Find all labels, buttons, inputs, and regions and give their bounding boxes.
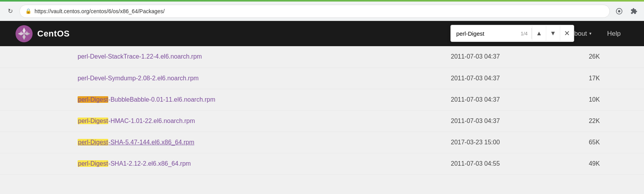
navbar: CentOS ⬇ Download ℹ About ▾ Help 1/4 ▲ ▼… [0, 21, 644, 46]
highlight-other: perl-Digest [78, 160, 108, 167]
centos-logo [16, 25, 33, 42]
find-next-button[interactable]: ▼ [546, 25, 560, 42]
file-name-cell: perl-Digest-SHA-5.47-144.el6.x86_64.rpm [0, 132, 451, 153]
file-table: perl-Devel-StackTrace-1.22-4.el6.noarch.… [0, 46, 644, 175]
reload-button[interactable]: ↻ [5, 6, 16, 17]
table-row: perl-Devel-Symdump-2.08-2.el6.noarch.rpm… [0, 68, 644, 89]
file-date-cell: 2011-07-03 04:37 [451, 110, 589, 132]
address-bar[interactable] [35, 8, 604, 14]
file-size-cell: 65K [589, 132, 644, 153]
table-row: perl-Devel-StackTrace-1.22-4.el6.noarch.… [0, 46, 644, 68]
file-link[interactable]: perl-Digest-SHA-5.47-144.el6.x86_64.rpm [78, 139, 194, 146]
browser-icons [614, 6, 639, 17]
table-row: perl-Digest-BubbleBabble-0.01-11.el6.noa… [0, 89, 644, 110]
table-row: perl-Digest-HMAC-1.01-22.el6.noarch.rpm … [0, 110, 644, 132]
file-date-cell: 2011-07-03 04:37 [451, 46, 589, 68]
file-size-cell: 17K [589, 68, 644, 89]
find-bar: 1/4 ▲ ▼ ✕ [450, 25, 574, 42]
file-date-cell: 2017-03-23 15:00 [451, 132, 589, 153]
file-link[interactable]: perl-Devel-Symdump-2.08-2.el6.noarch.rpm [78, 75, 199, 81]
help-nav-link[interactable]: Help [599, 27, 628, 41]
svg-point-1 [618, 10, 620, 12]
file-size-cell: 49K [589, 153, 644, 174]
logo-text: CentOS [37, 29, 70, 39]
address-bar-container: 🔒 [19, 5, 610, 18]
lock-icon: 🔒 [25, 8, 31, 14]
table-row: perl-Digest-SHA-5.47-144.el6.x86_64.rpm … [0, 132, 644, 153]
file-name-cell: perl-Digest-HMAC-1.01-22.el6.noarch.rpm [0, 110, 451, 132]
content-area: perl-Devel-StackTrace-1.22-4.el6.noarch.… [0, 46, 644, 194]
file-link[interactable]: perl-Digest-SHA1-2.12-2.el6.x86_64.rpm [78, 160, 191, 167]
browser-chrome: ↻ 🔒 [0, 2, 644, 21]
find-count: 1/4 [521, 31, 531, 36]
file-link[interactable]: perl-Digest-HMAC-1.01-22.el6.noarch.rpm [78, 118, 195, 124]
file-date-cell: 2011-07-03 04:55 [451, 153, 589, 174]
file-name-cell: perl-Digest-SHA1-2.12-2.el6.x86_64.rpm [0, 153, 451, 174]
file-date-cell: 2011-07-03 04:37 [451, 68, 589, 89]
file-link[interactable]: perl-Devel-StackTrace-1.22-4.el6.noarch.… [78, 53, 202, 60]
table-row: perl-Digest-SHA1-2.12-2.el6.x86_64.rpm 2… [0, 153, 644, 174]
file-name-cell: perl-Devel-Symdump-2.08-2.el6.noarch.rpm [0, 68, 451, 89]
highlight-other: perl-Digest [78, 118, 108, 124]
highlight-current: perl-Digest [78, 96, 108, 103]
file-size-cell: 22K [589, 110, 644, 132]
file-size-cell: 10K [589, 89, 644, 110]
file-name-cell: perl-Devel-StackTrace-1.22-4.el6.noarch.… [0, 46, 451, 68]
file-size-cell: 26K [589, 46, 644, 68]
highlight-other: perl-Digest [78, 139, 108, 146]
about-dropdown-icon: ▾ [589, 31, 592, 36]
file-date-cell: 2011-07-03 04:37 [451, 89, 589, 110]
file-name-cell: perl-Digest-BubbleBabble-0.01-11.el6.noa… [0, 89, 451, 110]
puzzle-icon[interactable] [628, 6, 639, 17]
find-input[interactable] [451, 30, 521, 37]
find-prev-button[interactable]: ▲ [532, 25, 546, 42]
logo-area[interactable]: CentOS [16, 25, 70, 42]
find-close-button[interactable]: ✕ [560, 25, 574, 42]
file-link[interactable]: perl-Digest-BubbleBabble-0.01-11.el6.noa… [78, 96, 215, 103]
extensions-icon[interactable] [614, 6, 625, 17]
